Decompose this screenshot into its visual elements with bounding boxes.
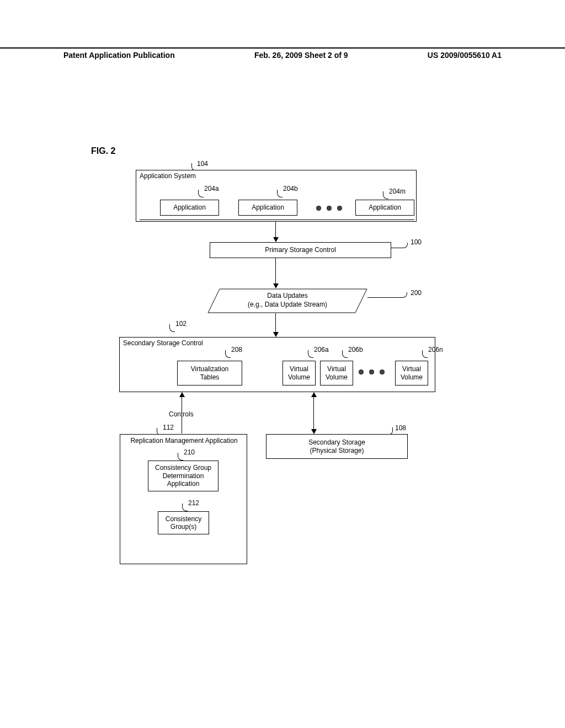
ref-204b: 204b: [283, 185, 298, 192]
ref-100: 100: [411, 238, 422, 246]
cgda-label: Consistency Group Determination Applicat…: [155, 464, 211, 488]
controls-label: Controls: [169, 410, 194, 418]
virtualization-tables-box: Virtualization Tables: [177, 361, 242, 386]
ref-206a: 206a: [314, 346, 329, 354]
ref-200: 200: [411, 289, 422, 297]
secondary-storage-label: Secondary Storage (Physical Storage): [308, 438, 365, 454]
consistency-group-determination-box: Consistency Group Determination Applicat…: [148, 461, 218, 491]
header-center: Feb. 26, 2009 Sheet 2 of 9: [254, 51, 348, 60]
ref-210: 210: [184, 448, 195, 456]
secondary-storage-control-box: Secondary Storage Control: [119, 337, 435, 392]
leader-icon: [367, 292, 407, 298]
arrow-down-icon: [275, 258, 276, 288]
ellipsis-icon: [316, 206, 342, 211]
page-header: Patent Application Publication Feb. 26, …: [0, 47, 565, 60]
arrow-down-icon: [275, 222, 276, 242]
application-label: Application: [173, 204, 206, 211]
virtual-volume-label: Virtual Volume: [288, 365, 310, 381]
divider-line: [140, 220, 414, 220]
ref-208: 208: [231, 346, 242, 354]
header-right: US 2009/0055610 A1: [428, 51, 502, 60]
header-left: Patent Application Publication: [63, 51, 175, 60]
application-system-title: Application System: [140, 172, 196, 180]
primary-storage-label: Primary Storage Control: [265, 246, 336, 254]
data-updates-box: Data Updates (e.g., Data Update Stream): [207, 288, 367, 313]
primary-storage-control-box: Primary Storage Control: [210, 242, 391, 258]
application-label: Application: [252, 204, 284, 211]
application-box-2: Application: [238, 200, 297, 216]
virtual-volume-label: Virtual Volume: [401, 365, 423, 381]
application-box-m: Application: [355, 200, 414, 216]
arrow-bidirectional-icon: [313, 393, 314, 433]
application-box-1: Application: [160, 200, 219, 216]
leader-icon: [169, 324, 175, 332]
ref-212: 212: [188, 499, 199, 507]
replication-management-title: Replication Management Application: [125, 437, 243, 445]
ref-102: 102: [175, 320, 186, 328]
ref-108: 108: [395, 424, 406, 432]
application-label: Application: [369, 204, 401, 211]
ref-206b: 206b: [348, 346, 363, 354]
data-updates-line2: (e.g., Data Update Stream): [248, 301, 327, 308]
ref-206n: 206n: [428, 346, 443, 354]
arrow-down-icon: [275, 313, 276, 336]
ref-104: 104: [197, 160, 208, 168]
ref-204a: 204a: [204, 185, 219, 192]
virtual-volume-box-2: Virtual Volume: [320, 361, 353, 386]
virtualization-tables-label: Virtualization Tables: [191, 365, 228, 381]
secondary-storage-control-title: Secondary Storage Control: [123, 339, 203, 347]
ellipsis-icon: [359, 370, 385, 374]
virtual-volume-box-n: Virtual Volume: [395, 361, 428, 386]
secondary-storage-box: Secondary Storage (Physical Storage): [266, 434, 408, 459]
ref-204m: 204m: [389, 188, 406, 195]
virtual-volume-label: Virtual Volume: [326, 365, 348, 381]
consistency-groups-box: Consistency Group(s): [158, 511, 209, 534]
ref-112: 112: [163, 424, 174, 431]
cg-label: Consistency Group(s): [166, 515, 201, 531]
leader-icon: [391, 243, 408, 248]
figure-title: FIG. 2: [91, 146, 115, 156]
virtual-volume-box-1: Virtual Volume: [282, 361, 316, 386]
data-updates-line1: Data Updates: [267, 292, 307, 299]
